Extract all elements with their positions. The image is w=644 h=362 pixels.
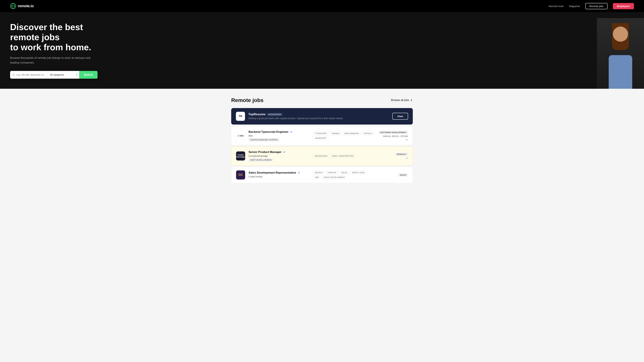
tag-edtech: EDTECH (313, 171, 325, 174)
hero-content-area: Discover the best remote jobs to work fr… (0, 12, 644, 89)
sponsored-name-row: TopResume SPONSORED (248, 113, 389, 116)
browse-all-jobs-link[interactable]: Browse all jobs (391, 99, 413, 102)
sponsored-card: TR TopResume SPONSORED Getting a great j… (231, 108, 413, 124)
sponsored-company-name: TopResume (248, 113, 266, 116)
sponsored-badge: SPONSORED (267, 113, 282, 116)
job-right-info: SALES (378, 173, 408, 177)
job-tags-area: TYPESCRIPT NODEJS OPEN BANKING FINTECH J… (313, 132, 374, 140)
tag-fintech: FINTECH (362, 132, 374, 135)
billx-arrow-icon (238, 135, 239, 137)
navbar: remote.io Remote tools Magazine Remote j… (0, 0, 644, 12)
category-tag: PRODUCT (395, 153, 408, 156)
hero-section: Discover the best remote jobs to work fr… (0, 12, 644, 89)
verified-icon: ✔ (298, 171, 300, 175)
category-select[interactable]: All categories Software Development Prod… (47, 71, 79, 78)
tag-regulation: REGULATION (313, 154, 329, 158)
sponsored-description: Getting a great job starts with a great … (248, 117, 343, 120)
view-button[interactable]: View (392, 113, 408, 120)
job-title-row: Backend Typescript Engineer ✔ (248, 130, 310, 134)
search-bar: All categories Software Development Prod… (10, 71, 98, 79)
tag-openbanking: OPEN BANKING (342, 132, 361, 135)
category-tag: SOFTWARE DEVELOPMENT (378, 131, 408, 134)
location-badge: UNITED KINGDOM, EUROPE (248, 138, 279, 141)
hero-image (597, 12, 644, 89)
time-ago: 1d (406, 138, 408, 141)
table-row[interactable]: CC Sales Development Representative ✔ Co… (231, 167, 413, 183)
hero-subtitle: Browse thousands of remote job listings … (10, 56, 91, 65)
jobs-section-title: Remote jobs (231, 97, 264, 103)
tag-typescript: TYPESCRIPT (313, 132, 329, 135)
comply-logo-text: ComplyAdvantage (236, 154, 245, 158)
tag-sales: SALES (339, 171, 349, 174)
table-row[interactable]: ComplyAdvantage Senior Product Manager ✔… (231, 147, 413, 165)
tag-javascript: JAVASCRIPT (313, 136, 328, 140)
tag-startup: STARTUP (326, 171, 338, 174)
category-tag: SALES (398, 173, 408, 177)
nav-links: Remote tools Magazine Remote jobs Employ… (549, 3, 634, 9)
job-right-info: PRODUCT 1d (378, 153, 408, 159)
job-title-row: Senior Product Manager ✔ (248, 150, 310, 154)
body-shape (609, 55, 632, 89)
tag-sdr: SDR (313, 175, 321, 179)
svg-line-4 (14, 75, 15, 76)
chevron-right-icon (410, 99, 413, 101)
billx-text: billx (240, 135, 244, 137)
nav-remote-tools[interactable]: Remote tools (549, 5, 564, 7)
comply-company-logo: ComplyAdvantage (236, 151, 245, 160)
jobs-section-wrapper: Remote jobs Browse all jobs TR TopResume… (0, 89, 644, 193)
verified-icon: ✔ (290, 130, 293, 134)
tag-sales-development: SALES DEVELOPMENT (322, 175, 347, 179)
hero-person-illustration (597, 18, 644, 89)
search-input[interactable] (16, 71, 45, 78)
sponsored-info: TopResume SPONSORED Getting a great job … (248, 113, 389, 120)
remote-jobs-button[interactable]: Remote jobs (585, 3, 608, 9)
topresume-logo: TR (236, 112, 245, 121)
verified-icon: ✔ (283, 150, 286, 154)
browse-all-label: Browse all jobs (391, 99, 409, 102)
search-icon (12, 73, 15, 76)
jobs-header: Remote jobs Browse all jobs (231, 97, 413, 103)
page-wrapper: Remote jobs Browse all jobs TR TopResume… (221, 97, 423, 183)
job-title: Sales Development Representative (248, 171, 296, 174)
salary-text: ANNUAL: $50,00 – $75,000 (383, 135, 408, 137)
tag-saas: SAAS / SUBSCRIPTION (330, 154, 355, 158)
job-title: Backend Typescript Engineer (248, 130, 288, 134)
logo-text: remote.io (18, 4, 34, 8)
logo-icon (10, 3, 16, 9)
job-title-row: Sales Development Representative ✔ (248, 171, 310, 175)
job-tags-area: REGULATION SAAS / SUBSCRIPTION (313, 154, 374, 158)
cc-logo-text: CC (238, 173, 243, 177)
hero-title: Discover the best remote jobs to work fr… (10, 22, 111, 52)
tag-nodejs: NODEJS (330, 132, 341, 135)
billx-logo-inner: billx (238, 135, 244, 137)
company-name: ComplyAdvantage (248, 155, 310, 157)
time-ago: 1d (406, 157, 408, 159)
job-main-info: Senior Product Manager ✔ ComplyAdvantage… (248, 150, 310, 162)
job-right-info: SOFTWARE DEVELOPMENT ANNUAL: $50,00 – $7… (378, 131, 408, 141)
table-row[interactable]: billx Backend Typescript Engineer ✔ Bill… (231, 127, 413, 145)
tag-entry-level: ENTRY LEVEL (350, 171, 367, 174)
location-badge: (GMT+00:00) LONDON (248, 158, 273, 162)
billx-company-logo: billx (236, 131, 245, 140)
job-tags-area: EDTECH STARTUP SALES ENTRY LEVEL SDR SAL… (313, 171, 374, 179)
job-title: Senior Product Manager (248, 150, 282, 154)
head-shape (613, 26, 628, 42)
search-input-area (10, 71, 47, 78)
company-name: Billx (248, 134, 310, 137)
logo[interactable]: remote.io (10, 3, 34, 9)
company-name: CodeCombat (248, 175, 310, 178)
codecombat-company-logo: CC (236, 170, 245, 179)
nav-magazine[interactable]: Magazine (569, 5, 580, 7)
hero-text-area: Discover the best remote jobs to work fr… (10, 22, 111, 79)
job-main-info: Backend Typescript Engineer ✔ Billx UNIT… (248, 130, 310, 141)
person-silhouette (597, 18, 644, 89)
job-main-info: Sales Development Representative ✔ CodeC… (248, 171, 310, 179)
search-button[interactable]: Search (79, 71, 98, 79)
employers-button[interactable]: Employers (613, 3, 634, 9)
